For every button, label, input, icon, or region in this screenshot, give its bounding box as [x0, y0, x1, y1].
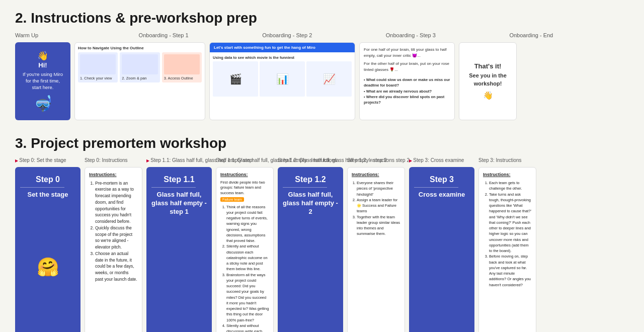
- label-end: Onboarding - End: [509, 32, 629, 38]
- step3-number: Step 3: [414, 175, 469, 184]
- lbl-step3-main: Step 3: Cross examine: [409, 157, 474, 163]
- lbl-step12-instr: Step 1.2: Instructions step 2: [347, 157, 405, 163]
- lbl-step11-instr: Step 1.1: Glass half full, glass half em…: [216, 157, 274, 163]
- lbl-step3-instr: Step 3: Instructions: [478, 157, 536, 163]
- instr2-title: Instructions:: [352, 172, 400, 178]
- end-emoji: 👋: [483, 91, 493, 100]
- instr11-list: Think of all the reasons your project co…: [220, 204, 269, 332]
- ws-card-step12[interactable]: Step 1.2 Glass half full, glass half emp…: [278, 167, 343, 332]
- instr3-title: Instructions:: [483, 172, 532, 178]
- section2: 2. Instructions & pre-workshop prep Warm…: [15, 10, 629, 120]
- step1-content: 1. Check your view 2. Zoom & pan 3. Acce…: [78, 52, 202, 84]
- lbl-step12-main: Step 1.2: Glass half full, glass half em…: [278, 157, 343, 163]
- lbl-step0-instr: Step 0: Instructions: [85, 157, 142, 163]
- step12-number: Step 1.2: [283, 175, 338, 184]
- lbl-step11-main: Step 1.1: Glass half full, glass half em…: [146, 157, 212, 163]
- section2-labels: Warm Up Onboarding - Step 1 Onboarding -…: [15, 32, 629, 38]
- step1-sub1: 1. Check your view: [78, 52, 118, 82]
- end-line1: That's it!: [474, 62, 502, 70]
- section3: 3. Project premortem workshop Step 0: Se…: [15, 135, 629, 332]
- ws-card-step3[interactable]: Step 3 Cross examine 🕐 10 mins: [409, 167, 474, 332]
- step0-number: Step 0: [20, 175, 75, 184]
- step1-sub3: 3. Access Outline: [162, 52, 202, 82]
- instr0-item1: Pre-mortem is an exercise as a way to fo…: [95, 180, 138, 225]
- card-onboard-end[interactable]: That's it! See you in the workshop! 👋: [459, 42, 517, 120]
- card-onboard-step1[interactable]: How to Navigate Using the Outline 1. Che…: [74, 42, 205, 120]
- section2-title: 2. Instructions & pre-workshop prep: [15, 10, 629, 26]
- end-line2: See you in the workshop!: [464, 72, 511, 88]
- instr0-list: Pre-mortem is an exercise as a way to fo…: [89, 180, 138, 283]
- step1-sub2: 2. Zoom & pan: [120, 52, 159, 82]
- instr0-item2: Quickly discuss the scope of the project…: [95, 225, 138, 251]
- instr11-content: First divide people into two groups: fai…: [220, 180, 269, 332]
- section3-labels: Step 0: Set the stage Step 0: Instructio…: [15, 157, 629, 163]
- label-step1: Onboarding - Step 1: [139, 32, 259, 38]
- step12-name: Glass half full, glass half empty - 2: [283, 191, 338, 216]
- step3-divider: [414, 187, 458, 188]
- ws-card-step11[interactable]: Step 1.1 Glass half full, glass half emp…: [146, 167, 212, 332]
- ws-card-instr3[interactable]: Instructions: Each team gets to challeng…: [478, 167, 536, 332]
- label-step3: Onboarding - Step 3: [386, 32, 506, 38]
- step11-name: Glass half full, glass half empty - step…: [151, 191, 207, 216]
- step3-line2: For the other half of your brain, put on…: [364, 61, 450, 73]
- step11-number: Step 1.1: [151, 175, 207, 184]
- step3-questions: • What could slow us down or make us mis…: [364, 77, 450, 105]
- warmup-desc: If you're using Miro for the first time,…: [23, 71, 63, 91]
- label-warmup: Warm Up: [15, 32, 135, 38]
- step0-name: Set the stage: [20, 191, 75, 199]
- instr3-list: Each team gets to challenge the other. T…: [483, 180, 532, 288]
- warmup-hi: Hi!: [38, 61, 47, 69]
- main-container: 2. Instructions & pre-workshop prep Warm…: [0, 0, 644, 332]
- label-step2: Onboarding - Step 2: [262, 32, 382, 38]
- instr11-title: Instructions:: [220, 172, 269, 178]
- workshop-cards-row: Step 0 Set the stage 🤗 🕐 10 mins Instruc…: [15, 167, 629, 332]
- ws-card-instr0[interactable]: Instructions: Pre-mortem is an exercise …: [85, 167, 142, 332]
- card-onboard-step2[interactable]: Let's start with something fun to get th…: [209, 42, 355, 120]
- step0-figure: 🤗: [37, 257, 59, 278]
- step2-content: Using data to see which movie is the fun…: [210, 52, 355, 100]
- warmup-wave: 👋: [37, 50, 48, 61]
- step12-divider: [283, 187, 327, 188]
- ws-card-instr11[interactable]: Instructions: First divide people into t…: [216, 167, 274, 332]
- onboarding-cards-row: 👋 Hi! If you're using Miro for the first…: [15, 42, 629, 120]
- card-onboard-step3[interactable]: For one half of your brain, tilt your gl…: [359, 42, 455, 120]
- step3-line1: For one half of your brain, tilt your gl…: [364, 47, 450, 59]
- lbl-step0-main: Step 0: Set the stage: [15, 157, 80, 163]
- instr2-list: Everyone shares their pieces of 'prospec…: [352, 180, 400, 237]
- step0-divider: [20, 187, 64, 188]
- instr0-title: Instructions:: [89, 172, 138, 178]
- instr0-item3: Choose an actual date in the future, it …: [95, 251, 138, 283]
- step1-title: How to Navigate Using the Outline: [78, 46, 202, 50]
- warmup-figure: 🤿: [34, 95, 52, 112]
- ws-card-step0[interactable]: Step 0 Set the stage 🤗 🕐 10 mins: [15, 167, 80, 332]
- section3-title: 3. Project premortem workshop: [15, 135, 629, 151]
- ws-card-instr2[interactable]: Instructions: Everyone shares their piec…: [347, 167, 405, 332]
- step11-divider: [151, 187, 196, 188]
- card-warmup[interactable]: 👋 Hi! If you're using Miro for the first…: [15, 42, 70, 120]
- step3-name: Cross examine: [414, 191, 469, 199]
- step2-header: Let's start with something fun to get th…: [210, 43, 355, 52]
